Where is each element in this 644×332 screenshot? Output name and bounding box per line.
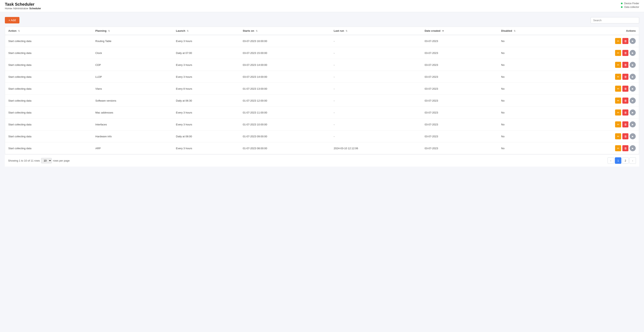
edit-button-7[interactable]: ✏ (615, 121, 621, 127)
breadcrumb-home[interactable]: Home (5, 7, 11, 10)
page-1-button[interactable]: 1 (615, 157, 621, 164)
add-button[interactable]: + Add (5, 17, 20, 23)
col-launch[interactable]: Launch ⇅ (173, 27, 240, 35)
cell-action-8: Start collecting data (5, 131, 92, 142)
cell-planning-1: Clock (92, 47, 172, 59)
cell-starts-on-4: 01-07-2023 13:00:00 (240, 83, 330, 95)
edit-button-4[interactable]: ✏ (615, 86, 621, 92)
cell-actions-7: ✏ 🗑 ▶ (559, 119, 639, 131)
table-header-row: Action ⇅ Planning ⇅ Launch ⇅ Starts on ⇅… (5, 27, 639, 35)
prev-page-button[interactable]: ‹ (608, 157, 614, 164)
cell-date-created-3: 03-07-2023 (422, 71, 498, 83)
cell-last-run-3: - (330, 71, 421, 83)
showing-text: Showing 1 to 10 of 11 rows (8, 159, 40, 162)
table-row: Start collecting data Software versions … (5, 95, 639, 107)
edit-button-9[interactable]: ✏ (615, 145, 621, 151)
status-device-finder: Device Finder (621, 2, 639, 5)
cell-starts-on-2: 03-07-2023 14:00:00 (240, 59, 330, 71)
cell-launch-1: Daily at 07:00 (173, 47, 240, 59)
delete-button-9[interactable]: 🗑 (622, 145, 628, 151)
cell-starts-on-7: 01-07-2023 10:00:00 (240, 119, 330, 131)
status-indicators: Device Finder Data collector (621, 2, 639, 8)
run-button-0[interactable]: ▶ (630, 38, 636, 44)
pagination-bar: Showing 1 to 10 of 11 rows 10 25 50 rows… (5, 154, 639, 166)
cell-planning-4: Vlans (92, 83, 172, 95)
col-disabled[interactable]: Disabled ⇅ (498, 27, 559, 35)
run-button-5[interactable]: ▶ (630, 98, 636, 104)
table-row: Start collecting data CDP Every 3 hours … (5, 59, 639, 71)
per-page-label: rows per page (53, 159, 70, 162)
delete-button-8[interactable]: 🗑 (622, 133, 628, 139)
cell-launch-0: Every 3 hours (173, 35, 240, 47)
cell-last-run-7: - (330, 119, 421, 131)
cell-last-run-4: - (330, 83, 421, 95)
edit-button-3[interactable]: ✏ (615, 74, 621, 80)
cell-date-created-1: 03-07-2023 (422, 47, 498, 59)
col-last-run[interactable]: Last run ⇅ (330, 27, 421, 35)
cell-disabled-3: No (498, 71, 559, 83)
cell-planning-3: LLDP (92, 71, 172, 83)
edit-button-2[interactable]: ✏ (615, 62, 621, 68)
cell-launch-6: Every 3 hours (173, 107, 240, 119)
pagination: ‹ 1 2 › (608, 157, 636, 164)
run-button-4[interactable]: ▶ (630, 86, 636, 92)
cell-last-run-1: - (330, 47, 421, 59)
delete-button-2[interactable]: 🗑 (622, 62, 628, 68)
run-button-1[interactable]: ▶ (630, 50, 636, 56)
cell-action-0: Start collecting data (5, 35, 92, 47)
edit-button-8[interactable]: ✏ (615, 133, 621, 139)
edit-button-1[interactable]: ✏ (615, 50, 621, 56)
task-table: Action ⇅ Planning ⇅ Launch ⇅ Starts on ⇅… (5, 27, 639, 154)
cell-actions-8: ✏ 🗑 ▶ (559, 131, 639, 142)
delete-button-3[interactable]: 🗑 (622, 74, 628, 80)
search-input[interactable] (590, 17, 639, 23)
edit-button-5[interactable]: ✏ (615, 98, 621, 104)
delete-button-7[interactable]: 🗑 (622, 121, 628, 127)
delete-button-0[interactable]: 🗑 (622, 38, 628, 44)
cell-last-run-8: - (330, 131, 421, 142)
cell-last-run-5: - (330, 95, 421, 107)
sort-icon-date-created: ▼ (442, 30, 444, 32)
delete-button-6[interactable]: 🗑 (622, 109, 628, 116)
cell-disabled-8: No (498, 131, 559, 142)
col-date-created[interactable]: Date created ▼ (422, 27, 498, 35)
delete-button-5[interactable]: 🗑 (622, 98, 628, 104)
cell-launch-8: Daily at 08:00 (173, 131, 240, 142)
table-row: Start collecting data Routing Table Ever… (5, 35, 639, 47)
cell-action-1: Start collecting data (5, 47, 92, 59)
breadcrumb-current: Scheduler (29, 7, 41, 10)
run-button-9[interactable]: ▶ (630, 145, 636, 151)
cell-launch-7: Every 3 hours (173, 119, 240, 131)
col-action[interactable]: Action ⇅ (5, 27, 92, 35)
run-button-8[interactable]: ▶ (630, 133, 636, 139)
cell-launch-2: Every 3 hours (173, 59, 240, 71)
run-button-6[interactable]: ▶ (630, 109, 636, 116)
delete-button-1[interactable]: 🗑 (622, 50, 628, 56)
run-button-7[interactable]: ▶ (630, 121, 636, 127)
col-planning[interactable]: Planning ⇅ (92, 27, 172, 35)
next-page-button[interactable]: › (630, 157, 636, 164)
cell-launch-9: Every 3 hours (173, 142, 240, 154)
page-2-button[interactable]: 2 (622, 157, 628, 164)
cell-action-4: Start collecting data (5, 83, 92, 95)
cell-disabled-7: No (498, 119, 559, 131)
cell-date-created-9: 03-07-2023 (422, 142, 498, 154)
cell-planning-2: CDP (92, 59, 172, 71)
col-starts-on[interactable]: Starts on ⇅ (240, 27, 330, 35)
delete-button-4[interactable]: 🗑 (622, 86, 628, 92)
per-page-select[interactable]: 10 25 50 (41, 158, 52, 163)
cell-date-created-6: 03-07-2023 (422, 107, 498, 119)
cell-starts-on-8: 01-07-2023 09:00:00 (240, 131, 330, 142)
sort-icon-action: ⇅ (18, 30, 20, 32)
table-row: Start collecting data Hardware info Dail… (5, 131, 639, 142)
run-button-2[interactable]: ▶ (630, 62, 636, 68)
cell-planning-0: Routing Table (92, 35, 172, 47)
cell-actions-3: ✏ 🗑 ▶ (559, 71, 639, 83)
run-button-3[interactable]: ▶ (630, 74, 636, 80)
edit-button-6[interactable]: ✏ (615, 109, 621, 116)
breadcrumb-administrator[interactable]: Administrator (13, 7, 28, 10)
cell-starts-on-1: 03-07-2023 15:00:00 (240, 47, 330, 59)
table-row: Start collecting data Mac addresses Ever… (5, 107, 639, 119)
edit-button-0[interactable]: ✏ (615, 38, 621, 44)
cell-action-9: Start collecting data (5, 142, 92, 154)
